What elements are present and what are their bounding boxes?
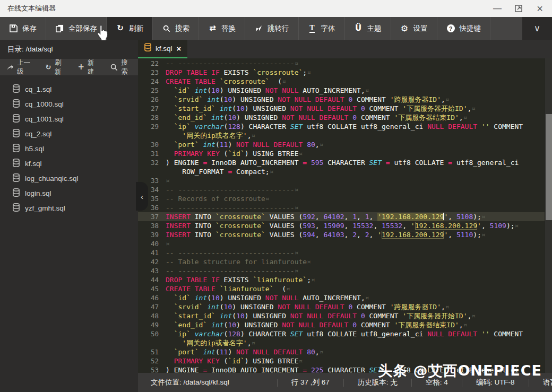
line-number: 43 [138,266,166,275]
code-editor[interactable]: 22-- ----------------------------¤23DROP… [138,58,552,373]
sidebar-action-up-level[interactable]: 上一级 [6,58,33,76]
file-list: cq_1.sqlcq_1000.sqlcq_1001.sqlcq_2.sqlh5… [0,82,138,215]
file-item-cq_1000.sql[interactable]: cq_1000.sql [0,97,138,111]
sidebar-action-search[interactable]: 搜索 [110,58,132,76]
code-line[interactable]: '网关的ip或者名字',¤ [138,131,545,140]
close-button[interactable]: × [535,4,545,13]
database-gray-icon [13,114,20,124]
sidebar-action-refresh[interactable]: ↻刷新 [45,58,66,76]
toolbar-button-replace[interactable]: ⇄替换 [199,17,245,40]
line-number: 41 [138,248,166,257]
tab-kf-sql[interactable]: kf.sql × [138,40,187,58]
goto-line-icon [254,24,263,33]
file-item-login.sql[interactable]: login.sql [0,186,138,201]
sidebar-action-new[interactable]: +新建 [78,58,99,76]
status-cursor-position: 行 37 ,列 67 [278,378,343,387]
code-line[interactable]: 25 `id` int(10) UNSIGNED NOT NULL AUTO_I… [138,86,545,95]
code-line[interactable]: 28 `end_id` int(10) UNSIGNED NOT NULL DE… [138,113,545,122]
code-line[interactable]: 30 `port` int(11) NOT NULL DEFAULT 80,¤ [138,140,545,149]
file-name: cq_1000.sql [25,100,64,108]
code-line[interactable]: 38INSERT INTO `crossroute` VALUES (593, … [138,221,545,230]
line-number: 22 [138,59,166,68]
toolbar-button-save[interactable]: 保存 [0,17,46,40]
sidebar-actions: 上一级↻刷新+新建搜索 [0,59,138,75]
code-line[interactable]: 31 PRIMARY KEY (`id`) USING BTREE¤ [138,149,545,158]
code-line[interactable]: 50 `ip` varchar(128) CHARACTER SET utf8 … [138,329,545,338]
code-text: INSERT INTO `crossroute` VALUES (592, 64… [166,212,545,221]
code-text: INSERT INTO `crossroute` VALUES (593, 15… [166,221,545,230]
toolbar-button-refresh[interactable]: ↻刷新 [107,17,153,40]
toolbar-button-theme[interactable]: Ü主题 [345,17,391,40]
database-gray-icon [13,144,20,154]
database-gray-icon [13,173,20,184]
code-line[interactable]: 35-- Records of crossroute¤ [138,194,545,203]
tab-close-icon[interactable]: × [177,45,182,53]
toolbar-button-search[interactable]: 搜索 [153,17,199,40]
code-line[interactable]: 22-- ----------------------------¤ [138,59,545,68]
code-text: `end_id` int(10) UNSIGNED NOT NULL DEFAU… [166,320,545,329]
code-line[interactable]: 41-- ----------------------------¤ [138,248,545,257]
code-line[interactable]: 33¤ [138,176,545,185]
maximize-button[interactable] [514,4,523,13]
file-item-h5.sql[interactable]: h5.sql [0,141,138,156]
code-line[interactable]: 51 `port` int(11) NOT NULL DEFAULT 80,¤ [138,347,545,356]
code-line[interactable]: 43-- ----------------------------¤ [138,266,545,275]
code-line[interactable]: '网关的ip或者名字',¤ [138,338,545,347]
toolbar-button-goto-line[interactable]: 跳转行 [245,17,299,40]
code-line[interactable]: 46 `id` int(10) UNSIGNED NOT NULL AUTO_I… [138,293,545,302]
line-number: 44 [138,275,166,284]
file-item-cq_2.sql[interactable]: cq_2.sql [0,126,138,141]
minimize-button[interactable]: — [493,4,502,13]
code-text: CREATE TABLE `crossroute` (¤ [166,77,545,86]
file-item-cq_1.sql[interactable]: cq_1.sql [0,82,138,97]
code-line[interactable]: 24CREATE TABLE `crossroute` (¤ [138,77,545,86]
code-line[interactable]: 37INSERT INTO `crossroute` VALUES (592, … [138,212,545,221]
code-line[interactable]: 44DROP TABLE IF EXISTS `lianfuroute`;¤ [138,275,545,284]
code-line[interactable]: 47 `srvid` int(10) UNSIGNED NOT NULL DEF… [138,302,545,311]
code-line[interactable]: 32) ENGINE = InnoDB AUTO_INCREMENT = 595… [138,158,545,167]
toolbar-spacer [490,17,522,40]
toolbar-button-settings[interactable]: ⚙设置 [391,17,437,40]
code-text: ¤ [166,239,545,248]
code-text: `port` int(11) NOT NULL DEFAULT 80,¤ [166,347,545,356]
sidebar-collapse-button[interactable]: ‹ [136,182,148,211]
line-number: 42 [138,257,166,266]
code-line[interactable]: 36-- ----------------------------¤ [138,203,545,212]
code-text: -- ----------------------------¤ [166,59,545,68]
line-number [138,338,166,347]
window-title: 在线文本编辑器 [7,4,56,13]
scrollbar-thumb[interactable] [546,114,552,220]
toolbar-button-label: 设置 [413,24,428,33]
file-name: cq_2.sql [25,130,51,138]
file-item-cq_1001.sql[interactable]: cq_1001.sql [0,111,138,126]
code-text: -- ----------------------------¤ [166,185,545,194]
code-line[interactable]: ROW_FORMAT = Compact;¤ [138,167,545,176]
editor-scrollbar[interactable] [545,58,552,373]
toolbar-button-label: 刷新 [129,24,143,33]
settings-icon: ⚙ [400,24,409,33]
file-name: login.sql [25,189,51,197]
file-item-yzf_gmht.sql[interactable]: yzf_gmht.sql [0,201,138,215]
toolbar-button-font[interactable]: T字体 [299,17,345,40]
code-line[interactable]: 23DROP TABLE IF EXISTS `crossroute`;¤ [138,68,545,77]
code-line[interactable]: 27 `start_id` int(10) UNSIGNED NOT NULL … [138,104,545,113]
code-line[interactable]: 34-- ----------------------------¤ [138,185,545,194]
file-item-kf.sql[interactable]: kf.sql [0,156,138,171]
code-line[interactable]: 45CREATE TABLE `lianfuroute` (¤ [138,284,545,293]
code-line[interactable]: 39INSERT INTO `crossroute` VALUES (594, … [138,230,545,239]
toolbar-expand-button[interactable]: ∨ [522,17,552,40]
code-line[interactable]: 48 `start_id` int(10) UNSIGNED NOT NULL … [138,311,545,320]
toolbar-button-shortcuts[interactable]: ?快捷键 [437,17,491,40]
code-line[interactable]: 26 `srvid` int(10) UNSIGNED NOT NULL DEF… [138,95,545,104]
line-number: 46 [138,293,166,302]
code-line[interactable]: 49 `end_id` int(10) UNSIGNED NOT NULL DE… [138,320,545,329]
code-line[interactable]: 42-- Table structure for lianfuroute¤ [138,257,545,266]
code-line[interactable]: 40¤ [138,239,545,248]
line-number: 25 [138,86,166,95]
line-number [138,167,166,176]
toolbar-button-label: 替换 [221,24,236,33]
sidebar-action-label: 新建 [88,58,99,76]
file-item-log_chuanqic.sql[interactable]: log_chuanqic.sql [0,171,138,186]
code-text: CREATE TABLE `lianfuroute` (¤ [166,284,545,293]
code-line[interactable]: 29 `ip` varchar(128) CHARACTER SET utf8 … [138,122,545,131]
